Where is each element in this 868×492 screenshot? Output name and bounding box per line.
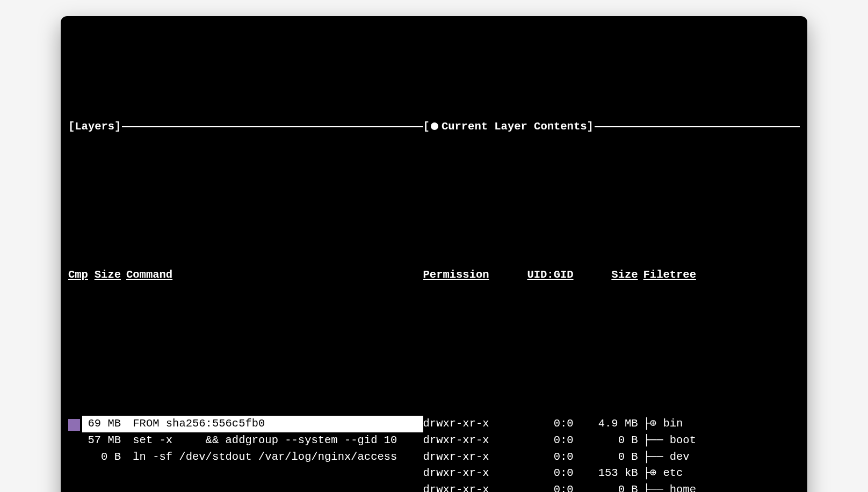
layer-command: ln -sf /dev/stdout /var/log/nginx/access: [126, 449, 423, 466]
layer-row[interactable]: 69 MB FROM sha256:556c5fb0: [68, 416, 423, 432]
rule-line: [595, 126, 800, 127]
size-cell: 0 B: [579, 432, 643, 449]
uid-cell: 0:0: [504, 432, 579, 449]
col-filetree: Filetree: [643, 267, 800, 284]
col-fsize: Size: [579, 267, 643, 284]
title-row: [Layers] [Current Layer Contents]: [68, 85, 800, 168]
selection-marker-icon: [68, 419, 80, 431]
perm-cell: drwxr-xr-x: [423, 482, 504, 492]
layer-row[interactable]: 57 MB set -x && addgroup --system --gid …: [68, 432, 423, 449]
uid-cell: 0:0: [504, 449, 579, 466]
layer-command: set -x && addgroup --system --gid 10: [126, 432, 423, 449]
tree-row[interactable]: drwxr-xr-x0:00 B├── dev: [423, 449, 800, 466]
layers-list[interactable]: 69 MB FROM sha256:556c5fb057 MB set -x &…: [68, 416, 423, 465]
name-cell: ├── home: [643, 482, 800, 492]
col-command: Command: [126, 267, 423, 284]
name-cell: ├⊕ etc: [643, 465, 800, 482]
col-cmp: Cmp: [68, 267, 82, 284]
perm-cell: drwxr-xr-x: [423, 449, 504, 466]
rule-line: [122, 126, 423, 127]
perm-cell: drwxr-xr-x: [423, 416, 504, 432]
layers-title: [Layers]: [68, 119, 121, 135]
tree-columns-header: Permission UID:GID Size Filetree: [423, 267, 800, 284]
col-size: Size: [82, 267, 126, 284]
terminal-window: [Layers] [Current Layer Contents] Cmp Si…: [61, 16, 807, 492]
col-uidgid: UID:GID: [504, 267, 579, 284]
size-cell: 153 kB: [579, 465, 643, 482]
tree-row[interactable]: drwxr-xr-x0:04.9 MB├⊕ bin: [423, 416, 800, 432]
perm-cell: drwxr-xr-x: [423, 465, 504, 482]
layers-columns-header: Cmp Size Command: [68, 267, 423, 284]
name-cell: ├── dev: [643, 449, 800, 466]
layer-size: 0 B: [82, 449, 126, 466]
layer-command: FROM sha256:556c5fb0: [126, 416, 423, 432]
size-cell: 4.9 MB: [579, 416, 643, 432]
uid-cell: 0:0: [504, 482, 579, 492]
tree-row[interactable]: drwxr-xr-x0:00 B├── home: [423, 482, 800, 492]
col-permission: Permission: [423, 267, 504, 284]
layer-size: 57 MB: [82, 432, 126, 449]
size-cell: 0 B: [579, 482, 643, 492]
current-layer-title: [Current Layer Contents]: [423, 119, 594, 135]
layer-size: 69 MB: [82, 416, 126, 432]
uid-cell: 0:0: [504, 416, 579, 432]
perm-cell: drwxr-xr-x: [423, 432, 504, 449]
layer-row[interactable]: 0 B ln -sf /dev/stdout /var/log/nginx/ac…: [68, 449, 423, 466]
tree-row[interactable]: drwxr-xr-x0:0153 kB├⊕ etc: [423, 465, 800, 482]
filetree-pane[interactable]: drwxr-xr-x0:04.9 MB├⊕ bindrwxr-xr-x0:00 …: [423, 383, 800, 493]
size-cell: 0 B: [579, 449, 643, 466]
uid-cell: 0:0: [504, 465, 579, 482]
active-dot-icon: [431, 122, 438, 130]
name-cell: ├⊕ bin: [643, 416, 800, 432]
name-cell: ├── boot: [643, 432, 800, 449]
tree-row[interactable]: drwxr-xr-x0:00 B├── boot: [423, 432, 800, 449]
left-pane[interactable]: 69 MB FROM sha256:556c5fb057 MB set -x &…: [68, 383, 423, 493]
